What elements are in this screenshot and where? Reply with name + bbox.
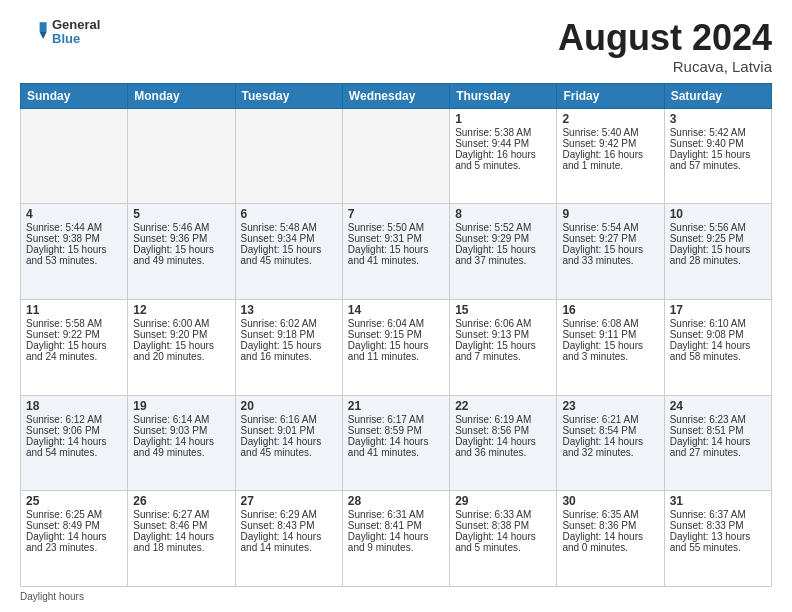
sunrise-text: Sunrise: 5:58 AM [26,318,122,329]
sunrise-text: Sunrise: 6:23 AM [670,414,766,425]
sunset-text: Sunset: 8:59 PM [348,425,444,436]
day-number: 16 [562,303,658,317]
daylight-text: Daylight: 14 hours and 27 minutes. [670,436,766,458]
sunset-text: Sunset: 9:18 PM [241,329,337,340]
daylight-text: Daylight: 16 hours and 5 minutes. [455,149,551,171]
weekday-header-friday: Friday [557,83,664,108]
day-number: 25 [26,494,122,508]
day-number: 15 [455,303,551,317]
day-number: 14 [348,303,444,317]
daylight-text: Daylight: 15 hours and 28 minutes. [670,244,766,266]
sunrise-text: Sunrise: 6:27 AM [133,509,229,520]
sunset-text: Sunset: 9:20 PM [133,329,229,340]
sunset-text: Sunset: 8:46 PM [133,520,229,531]
calendar-cell: 15Sunrise: 6:06 AMSunset: 9:13 PMDayligh… [450,299,557,395]
sunset-text: Sunset: 8:49 PM [26,520,122,531]
daylight-text: Daylight: 14 hours and 32 minutes. [562,436,658,458]
weekday-header-row: SundayMondayTuesdayWednesdayThursdayFrid… [21,83,772,108]
sunrise-text: Sunrise: 6:00 AM [133,318,229,329]
calendar-cell: 24Sunrise: 6:23 AMSunset: 8:51 PMDayligh… [664,395,771,491]
calendar-week-2: 4Sunrise: 5:44 AMSunset: 9:38 PMDaylight… [21,204,772,300]
sunrise-text: Sunrise: 5:40 AM [562,127,658,138]
location-title: Rucava, Latvia [558,58,772,75]
calendar-cell: 29Sunrise: 6:33 AMSunset: 8:38 PMDayligh… [450,491,557,587]
daylight-text: Daylight: 14 hours and 9 minutes. [348,531,444,553]
sunset-text: Sunset: 9:29 PM [455,233,551,244]
sunset-text: Sunset: 9:08 PM [670,329,766,340]
sunrise-text: Sunrise: 6:14 AM [133,414,229,425]
header: General Blue August 2024 Rucava, Latvia [20,18,772,75]
weekday-header-tuesday: Tuesday [235,83,342,108]
calendar-cell: 27Sunrise: 6:29 AMSunset: 8:43 PMDayligh… [235,491,342,587]
day-number: 7 [348,207,444,221]
calendar-cell: 25Sunrise: 6:25 AMSunset: 8:49 PMDayligh… [21,491,128,587]
logo-icon [20,18,48,46]
sunrise-text: Sunrise: 5:46 AM [133,222,229,233]
logo-line2: Blue [52,32,100,46]
daylight-text: Daylight: 14 hours and 18 minutes. [133,531,229,553]
daylight-text: Daylight: 15 hours and 53 minutes. [26,244,122,266]
logo: General Blue [20,18,100,47]
calendar-cell: 1Sunrise: 5:38 AMSunset: 9:44 PMDaylight… [450,108,557,204]
calendar-cell: 9Sunrise: 5:54 AMSunset: 9:27 PMDaylight… [557,204,664,300]
sunrise-text: Sunrise: 6:21 AM [562,414,658,425]
daylight-text: Daylight: 14 hours and 54 minutes. [26,436,122,458]
calendar-cell: 23Sunrise: 6:21 AMSunset: 8:54 PMDayligh… [557,395,664,491]
day-number: 30 [562,494,658,508]
day-number: 11 [26,303,122,317]
day-number: 1 [455,112,551,126]
calendar-cell: 13Sunrise: 6:02 AMSunset: 9:18 PMDayligh… [235,299,342,395]
daylight-text: Daylight: 15 hours and 45 minutes. [241,244,337,266]
weekday-header-saturday: Saturday [664,83,771,108]
sunrise-text: Sunrise: 6:08 AM [562,318,658,329]
day-number: 22 [455,399,551,413]
svg-marker-1 [40,32,47,39]
weekday-header-monday: Monday [128,83,235,108]
sunrise-text: Sunrise: 6:02 AM [241,318,337,329]
calendar-week-4: 18Sunrise: 6:12 AMSunset: 9:06 PMDayligh… [21,395,772,491]
sunset-text: Sunset: 9:27 PM [562,233,658,244]
calendar-cell [128,108,235,204]
daylight-text: Daylight: 14 hours and 0 minutes. [562,531,658,553]
calendar-cell: 7Sunrise: 5:50 AMSunset: 9:31 PMDaylight… [342,204,449,300]
daylight-text: Daylight: 15 hours and 16 minutes. [241,340,337,362]
sunrise-text: Sunrise: 5:54 AM [562,222,658,233]
sunrise-text: Sunrise: 5:52 AM [455,222,551,233]
calendar-cell: 30Sunrise: 6:35 AMSunset: 8:36 PMDayligh… [557,491,664,587]
day-number: 26 [133,494,229,508]
day-number: 4 [26,207,122,221]
sunrise-text: Sunrise: 5:42 AM [670,127,766,138]
title-block: August 2024 Rucava, Latvia [558,18,772,75]
calendar-cell: 19Sunrise: 6:14 AMSunset: 9:03 PMDayligh… [128,395,235,491]
calendar-cell [21,108,128,204]
day-number: 12 [133,303,229,317]
calendar-cell: 2Sunrise: 5:40 AMSunset: 9:42 PMDaylight… [557,108,664,204]
day-number: 23 [562,399,658,413]
day-number: 5 [133,207,229,221]
day-number: 13 [241,303,337,317]
daylight-text: Daylight: 15 hours and 20 minutes. [133,340,229,362]
day-number: 2 [562,112,658,126]
weekday-header-sunday: Sunday [21,83,128,108]
sunset-text: Sunset: 8:36 PM [562,520,658,531]
calendar-cell: 3Sunrise: 5:42 AMSunset: 9:40 PMDaylight… [664,108,771,204]
sunset-text: Sunset: 9:25 PM [670,233,766,244]
sunset-text: Sunset: 9:03 PM [133,425,229,436]
daylight-text: Daylight: 14 hours and 58 minutes. [670,340,766,362]
calendar-cell: 11Sunrise: 5:58 AMSunset: 9:22 PMDayligh… [21,299,128,395]
sunrise-text: Sunrise: 6:31 AM [348,509,444,520]
weekday-header-thursday: Thursday [450,83,557,108]
sunset-text: Sunset: 9:06 PM [26,425,122,436]
calendar-table: SundayMondayTuesdayWednesdayThursdayFrid… [20,83,772,587]
daylight-text: Daylight: 15 hours and 41 minutes. [348,244,444,266]
day-number: 20 [241,399,337,413]
daylight-text: Daylight: 14 hours and 49 minutes. [133,436,229,458]
day-number: 27 [241,494,337,508]
calendar-cell [235,108,342,204]
calendar-week-1: 1Sunrise: 5:38 AMSunset: 9:44 PMDaylight… [21,108,772,204]
daylight-text: Daylight: 15 hours and 33 minutes. [562,244,658,266]
daylight-text: Daylight: 14 hours and 23 minutes. [26,531,122,553]
sunrise-text: Sunrise: 6:25 AM [26,509,122,520]
sunrise-text: Sunrise: 6:06 AM [455,318,551,329]
sunset-text: Sunset: 9:36 PM [133,233,229,244]
